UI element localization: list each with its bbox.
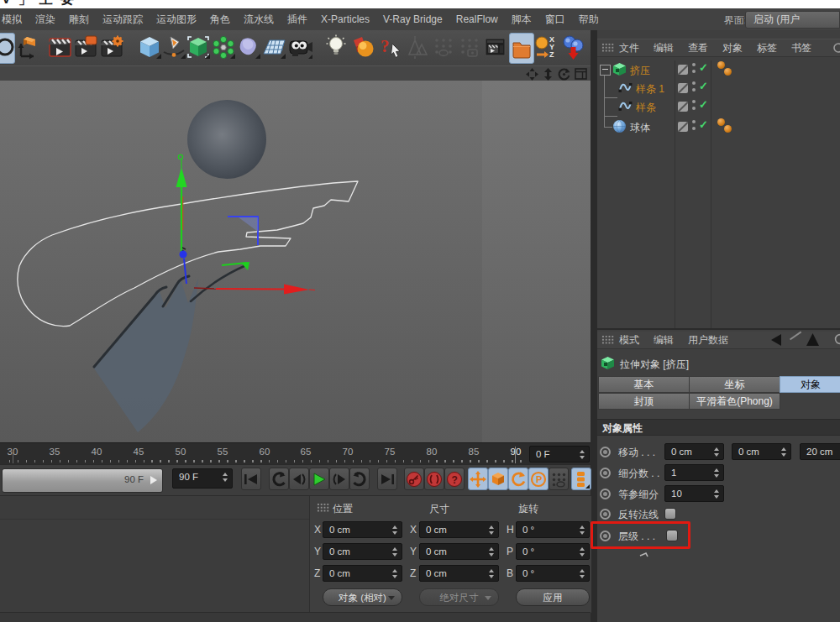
menu-help[interactable]: 帮助 [579, 13, 599, 27]
menu-vray-bridge[interactable]: V-Ray Bridge [383, 13, 443, 25]
dolly-icon[interactable] [543, 68, 554, 81]
viewport-3d[interactable] [0, 81, 591, 442]
menu-simulate[interactable]: 模拟 [2, 13, 22, 27]
menu-mograph[interactable]: 运动图形 [156, 13, 197, 27]
spline-pen-icon[interactable] [161, 33, 186, 62]
menu-plugins[interactable]: 插件 [287, 13, 307, 27]
history-back-icon[interactable] [769, 333, 784, 347]
object-name[interactable]: 球体 [630, 121, 650, 135]
rot-b-field[interactable]: 0 ° [516, 565, 590, 582]
anim-record-radio[interactable] [600, 447, 611, 457]
anim-record-radio[interactable] [600, 489, 611, 499]
visibility-dot-top[interactable] [692, 100, 696, 103]
tab-phong[interactable]: 平滑着色(Phong) [689, 393, 780, 410]
layer-toggle[interactable] [678, 83, 688, 93]
spinner[interactable] [781, 447, 787, 457]
lock-circle-icon[interactable] [833, 333, 840, 345]
keyframe-help-button[interactable]: ? [444, 468, 465, 490]
subdivision-surface-icon[interactable] [186, 33, 211, 62]
visibility-dot-bottom[interactable] [692, 107, 696, 110]
tag-icon[interactable] [717, 118, 725, 126]
spinner[interactable] [580, 569, 585, 578]
key-rotation-toggle[interactable] [508, 468, 528, 490]
enable-check-icon[interactable]: ✓ [699, 81, 708, 91]
floor-grid-icon[interactable] [261, 33, 286, 62]
sphere-object[interactable] [187, 100, 266, 179]
visibility-dot-bottom[interactable] [692, 70, 696, 73]
visibility-dot-bottom[interactable] [692, 127, 696, 130]
apply-button[interactable]: 应用 [516, 588, 590, 606]
timeline-ruler[interactable]: 30 35 40 45 50 55 60 65 70 75 80 85 90 0… [0, 442, 591, 465]
visibility-dot-top[interactable] [692, 120, 696, 123]
move-x-field[interactable]: 0 cm [664, 443, 724, 460]
parent-up-icon[interactable] [806, 332, 820, 347]
flip-normals-checkbox[interactable] [664, 508, 676, 520]
section-object-properties[interactable]: 对象属性 [597, 419, 840, 436]
size-x-field[interactable]: 0 cm [419, 521, 499, 538]
camera-icon[interactable] [288, 33, 313, 62]
goto-start-button[interactable] [241, 468, 261, 490]
tab-basic[interactable]: 基本 [598, 376, 690, 393]
spinner[interactable] [580, 547, 585, 557]
tag-icon[interactable] [717, 61, 725, 69]
grip-icon[interactable] [317, 503, 329, 513]
maximize-icon[interactable] [575, 68, 587, 80]
materials-panel-empty[interactable] [0, 495, 309, 622]
key-scale-toggle[interactable] [488, 468, 508, 490]
workplane-axes-icon[interactable] [15, 33, 40, 62]
tag-icon[interactable] [724, 68, 732, 76]
timeline-range-slider[interactable]: 90 F [2, 468, 163, 493]
om-menu-edit[interactable]: 编辑 [654, 41, 674, 55]
spinner[interactable] [580, 525, 585, 535]
menu-motion-tracking[interactable]: 运动跟踪 [102, 13, 143, 27]
partial-tool-icon[interactable] [0, 33, 15, 64]
move-z-field[interactable]: 20 cm [800, 443, 840, 460]
tab-object[interactable]: 对象 [780, 376, 840, 393]
menu-character[interactable]: 角色 [210, 13, 230, 27]
picture-viewer-icon[interactable] [484, 33, 507, 62]
object-spheres-icon[interactable] [560, 33, 585, 62]
size-y-field[interactable]: 0 cm [419, 543, 499, 560]
deformer-blob-icon[interactable] [236, 33, 261, 62]
autokey-button[interactable] [424, 468, 444, 490]
menu-xparticles[interactable]: X-Particles [321, 13, 370, 25]
am-menu-edit[interactable]: 编辑 [654, 333, 674, 348]
play-backward-button[interactable] [269, 468, 289, 490]
menu-window[interactable]: 窗口 [545, 13, 565, 27]
move-gizmo[interactable] [176, 154, 316, 294]
pos-y-field[interactable]: 0 cm [323, 543, 402, 560]
layer-toggle[interactable] [678, 102, 688, 112]
enable-check-icon[interactable]: ✓ [699, 100, 708, 110]
grip-icon[interactable] [601, 43, 614, 53]
rotate-icon[interactable] [558, 68, 570, 81]
menu-sculpt[interactable]: 雕刻 [69, 13, 89, 27]
content-browser-icon[interactable] [509, 33, 534, 64]
interface-dropdown[interactable]: 启动 (用户 [745, 11, 840, 29]
tab-caps[interactable]: 封顶 [598, 393, 690, 410]
grip-icon[interactable] [601, 335, 614, 345]
om-menu-file[interactable]: 文件 [619, 41, 639, 55]
menu-render[interactable]: 渲染 [35, 13, 55, 27]
help-pointer-icon[interactable]: ? [379, 33, 402, 62]
key-position-toggle[interactable] [468, 468, 488, 490]
layer-toggle[interactable] [678, 65, 688, 75]
visibility-dot-top[interactable] [692, 63, 696, 66]
move-y-field[interactable]: 0 cm [732, 443, 791, 460]
key-parameter-toggle[interactable]: P [528, 468, 549, 490]
mode-dropdown[interactable]: 对象 (相对) [323, 588, 402, 606]
spinner[interactable] [489, 547, 495, 557]
anim-record-radio[interactable] [600, 468, 611, 478]
menu-script[interactable]: 脚本 [512, 13, 532, 27]
spinner[interactable] [714, 468, 720, 478]
spinner[interactable] [392, 569, 398, 578]
spinner[interactable] [489, 569, 495, 578]
layer-toggle[interactable] [678, 122, 688, 132]
record-keyframe-button[interactable] [404, 468, 424, 490]
tag-icon[interactable] [724, 125, 732, 133]
am-menu-mode[interactable]: 模式 [619, 333, 639, 348]
menu-pipeline[interactable]: 流水线 [244, 13, 274, 27]
spinner[interactable] [223, 473, 228, 482]
iso-subdivision-field[interactable]: 10 [664, 485, 724, 502]
keyframe-selection-button[interactable] [571, 468, 591, 490]
play-button[interactable] [309, 468, 329, 490]
